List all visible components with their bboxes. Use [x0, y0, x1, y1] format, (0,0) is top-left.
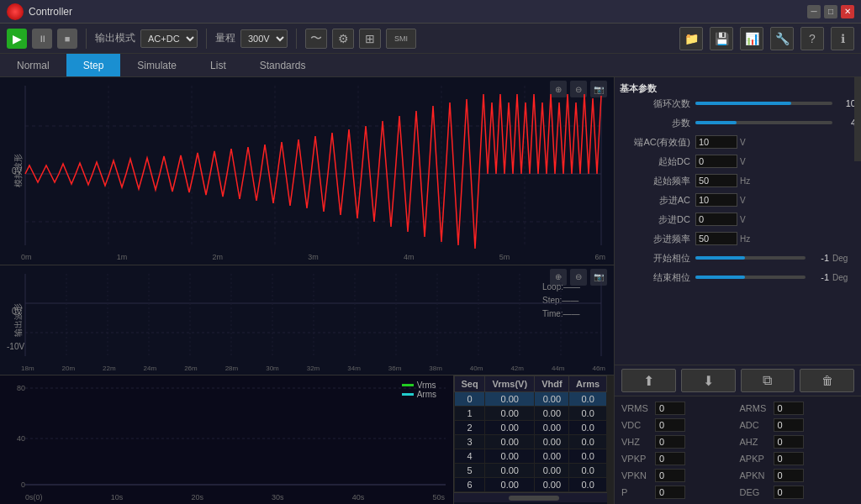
- meas-vdc-value: 0: [655, 418, 685, 432]
- toolbar: ▶ ⏸ ■ 输出模式 AC+DC AC DC 量程 300V 150V 〜 ⚙ …: [0, 24, 861, 54]
- save-button[interactable]: 💾: [710, 27, 733, 50]
- charts-column: 模拟波形 ⊕ ⊖ 📷 0V: [0, 77, 614, 504]
- table-row[interactable]: 50.000.000.0: [455, 464, 607, 478]
- svg-text:80: 80: [17, 384, 25, 392]
- param-start-dc-label: 起始DC: [620, 155, 695, 168]
- waveform-line: [25, 94, 601, 249]
- param-start-dc: 起始DC V: [620, 153, 856, 170]
- separator-2: [206, 29, 207, 49]
- copy-button[interactable]: ⧉: [741, 369, 795, 392]
- legend-vrms-label: Vrms: [417, 381, 436, 390]
- maximize-button[interactable]: □: [824, 5, 837, 18]
- pause-button[interactable]: ⏸: [32, 29, 52, 49]
- param-end-phase-value: -1: [809, 272, 829, 282]
- param-start-freq-input[interactable]: [695, 174, 737, 187]
- param-step-freq-unit: Hz: [737, 234, 758, 244]
- chart-button[interactable]: 📊: [740, 27, 763, 50]
- table-row[interactable]: 20.000.000.0: [455, 421, 607, 435]
- close-button[interactable]: ✕: [841, 5, 854, 18]
- tab-standards[interactable]: Standards: [243, 54, 323, 76]
- info-button[interactable]: ℹ: [831, 27, 854, 50]
- meas-vrms: VRMS 0: [621, 402, 737, 415]
- results-table: Seq Vrms(V) Vhdf Arms 00.000.000.010.000…: [454, 375, 607, 492]
- table-scrollbar[interactable]: [607, 375, 614, 504]
- meas-vrms-value: 0: [655, 402, 685, 415]
- param-step-ac-input[interactable]: [695, 193, 737, 207]
- right-scrollbar[interactable]: [854, 77, 861, 161]
- meas-vhz: VHZ 0: [621, 435, 737, 449]
- param-end-phase-slider[interactable]: [695, 276, 806, 279]
- table-hscrollbar[interactable]: [454, 492, 614, 502]
- param-steps-slider[interactable]: [695, 121, 832, 124]
- meas-adc: ADC 0: [740, 418, 855, 432]
- meas-apkp-value: 0: [774, 452, 804, 465]
- param-end-phase-unit: Deg: [832, 273, 856, 282]
- param-start-freq-unit: Hz: [737, 176, 758, 186]
- action-buttons-row: ⬆ ⬇ ⧉ 🗑: [615, 365, 861, 396]
- main-content: 模拟波形 ⊕ ⊖ 📷 0V: [0, 77, 861, 504]
- right-panel: 基本参数 循环次数 10 步数: [614, 77, 861, 504]
- param-step-freq-input[interactable]: [695, 232, 737, 245]
- tab-simulate[interactable]: Simulate: [120, 54, 193, 76]
- tab-list[interactable]: List: [193, 54, 243, 76]
- settings-icon-button[interactable]: ⚙: [332, 29, 354, 49]
- tools-button[interactable]: 🔧: [770, 27, 794, 50]
- delete-button[interactable]: 🗑: [800, 369, 854, 392]
- table-row[interactable]: 40.000.000.0: [455, 449, 607, 464]
- param-start-phase-label: 开始相位: [620, 252, 695, 265]
- output-mode-select[interactable]: AC+DC AC DC: [140, 29, 198, 48]
- x-label-40: 40s: [352, 493, 365, 501]
- meas-deg-label: DEG: [740, 487, 772, 497]
- separator-1: [86, 29, 87, 49]
- param-steps: 步数 4: [620, 114, 856, 131]
- move-down-button[interactable]: ⬇: [681, 369, 736, 392]
- smi-button[interactable]: SMI: [386, 29, 416, 49]
- x-label-30: 30s: [272, 493, 284, 501]
- folder-button[interactable]: 📁: [679, 27, 703, 50]
- param-ac-rms-input[interactable]: [695, 135, 737, 149]
- legend-arms: Arms: [402, 390, 436, 399]
- data-table-container: Seq Vrms(V) Vhdf Arms 00.000.000.010.000…: [454, 375, 614, 504]
- stop-button[interactable]: ■: [57, 29, 77, 49]
- meas-adc-label: ADC: [740, 420, 772, 430]
- tab-step[interactable]: Step: [66, 54, 121, 76]
- param-start-phase-slider[interactable]: [695, 256, 806, 260]
- basic-params-title: 基本参数: [620, 82, 657, 95]
- param-step-dc-unit: V: [737, 215, 758, 224]
- table-row[interactable]: 30.000.000.0: [455, 435, 607, 449]
- param-loops: 循环次数 10: [620, 95, 856, 112]
- move-up-button[interactable]: ⬆: [621, 369, 676, 392]
- tab-normal[interactable]: Normal: [0, 54, 66, 76]
- param-end-phase-slider-wrap: -1 Deg: [695, 272, 856, 282]
- table-row[interactable]: 10.000.000.0: [455, 407, 607, 421]
- wave-icon-button[interactable]: 〜: [305, 29, 327, 49]
- col-vhdf: Vhdf: [535, 376, 569, 392]
- param-loops-slider-wrap: 10: [695, 98, 856, 108]
- param-start-phase-unit: Deg: [832, 254, 856, 263]
- table-row[interactable]: 60.000.000.0: [455, 478, 607, 492]
- param-start-dc-input[interactable]: [695, 155, 737, 168]
- meas-vpkn-label: VPKN: [621, 470, 653, 480]
- meas-apkp-label: APKP: [740, 454, 772, 464]
- grid-icon-button[interactable]: ⊞: [359, 29, 381, 49]
- param-loops-slider[interactable]: [695, 102, 832, 105]
- meas-p-value: 0: [655, 486, 685, 499]
- range-label: 量程: [215, 31, 235, 45]
- col-vrms: Vrms(V): [485, 376, 535, 392]
- table-row[interactable]: 00.000.000.0: [455, 392, 607, 407]
- meas-vpkp-label: VPKP: [621, 454, 653, 464]
- legend-vrms: Vrms: [402, 381, 436, 390]
- legend-vrms-color: [402, 384, 414, 386]
- app-logo: [7, 3, 24, 20]
- meas-arms-label: ARMS: [740, 403, 772, 413]
- x-label-10: 10s: [111, 493, 124, 501]
- range-select[interactable]: 300V 150V: [240, 29, 288, 48]
- help-button[interactable]: ?: [800, 27, 824, 50]
- param-step-ac-label: 步进AC: [620, 194, 695, 207]
- meas-vrms-label: VRMS: [621, 403, 653, 413]
- play-button[interactable]: ▶: [7, 29, 27, 49]
- param-step-dc-input[interactable]: [695, 213, 737, 226]
- titlebar: Controller ─ □ ✕: [0, 0, 861, 24]
- separator-3: [296, 29, 297, 49]
- minimize-button[interactable]: ─: [807, 5, 821, 18]
